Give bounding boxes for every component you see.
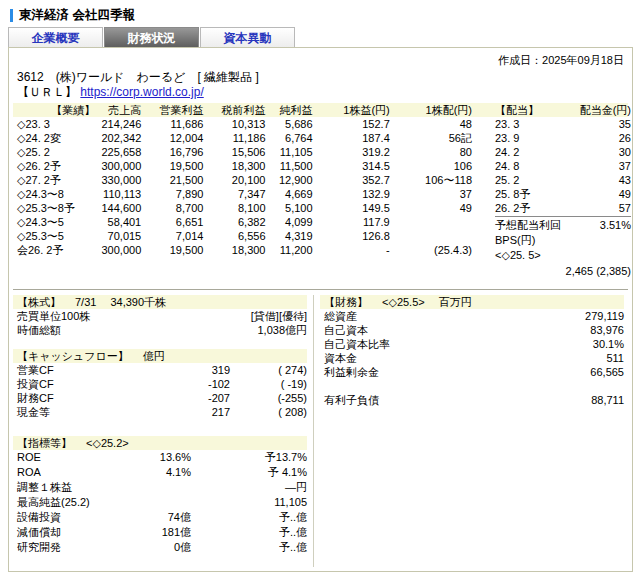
tab-capital-change[interactable]: 資本異動: [200, 27, 295, 47]
finance-rows: 総資産 279,119 自己資本 83,976 自己資本比率 30.1%: [324, 309, 624, 407]
tab-financial-status[interactable]: 財務状況: [104, 27, 199, 47]
performance-header-row: 【業績】売上高営業利益税前利益純利益1株益(円)1株配(円): [17, 103, 472, 117]
indicator-value: 13.6%: [127, 450, 191, 465]
dps-cell: 37: [390, 187, 472, 201]
finance-row-label: 利益剰余金: [324, 365, 379, 379]
performance-body: ◇23. 3 214,246 11,686 10,313 5,686 152.7…: [17, 117, 472, 257]
list-item: 売買単位100株 [貸借][優待]: [17, 309, 307, 323]
indicator-label: 設備投資: [17, 510, 127, 525]
eps-cell: 352.7: [313, 173, 390, 187]
dividend-period: 25. 2: [495, 173, 519, 187]
indicator-forecast: 予13.7%: [191, 450, 307, 465]
bps-value: 2,465 (2,385): [495, 263, 631, 279]
cashflow-row-value: 217: [127, 405, 230, 419]
list-item: 自己資本 83,976: [324, 323, 624, 337]
dividend-period: 25. 8予: [495, 187, 530, 201]
cashflow-row-label: 投資CF: [17, 377, 127, 391]
dps-cell: [390, 215, 472, 229]
indicator-value: 4.1%: [127, 465, 191, 480]
indicators-section-header: 【指標等】 <◇25.2>: [13, 436, 307, 450]
dividend-title: 【配当】: [495, 103, 539, 117]
dps-cell: 49: [390, 201, 472, 215]
dividend-header-row: 【配当】 配当金(円): [495, 103, 631, 117]
dividend-section: 【配当】 配当金(円) 23. 3 35 23. 9 26: [495, 103, 631, 279]
dps-cell: [390, 229, 472, 243]
list-item: 総資産 279,119: [324, 309, 624, 323]
pretax-profit-cell: 6,556: [203, 229, 265, 243]
dividend-amount: 26: [619, 131, 631, 145]
period-cell: ◇24.3〜5: [17, 215, 95, 229]
net-profit-cell: 4,669: [266, 187, 313, 201]
cashflow-row-previous: (-255): [230, 391, 307, 405]
finance-row-value: 83,976: [590, 323, 624, 337]
performance-header-cell: 1株配(円): [390, 103, 472, 117]
performance-header-cell: 営業利益: [141, 103, 203, 117]
list-item: 営業CF 319 ( 274): [17, 363, 307, 377]
dividend-period: 24. 8: [495, 159, 519, 173]
indicator-value: 74億: [127, 510, 191, 525]
finance-row-label: 自己資本: [324, 323, 368, 337]
indicator-label: ROA: [17, 465, 127, 480]
section-divider: [13, 289, 628, 290]
indicator-forecast: —円: [191, 480, 307, 495]
period-cell: ◇25. 2: [17, 145, 95, 159]
bps-label: BPS(円): [495, 233, 631, 248]
url-line: 【ＵＲＬ】 https://corp.world.co.jp/: [17, 85, 624, 100]
indicator-value: [127, 495, 191, 510]
sales-cell: 110,113: [95, 187, 141, 201]
cashflow-row-value: 319: [127, 363, 230, 377]
finance-row-value: 66,565: [590, 365, 624, 379]
stock-row-label: 時価総額: [17, 323, 61, 337]
sales-cell: 214,246: [95, 117, 141, 131]
finance-row-label: 総資産: [324, 309, 357, 323]
eps-cell: 126.8: [313, 229, 390, 243]
lower-right-column: 【財務】 <◇25.5> 百万円 総資産 279,119 自己資本 83,976: [314, 295, 624, 567]
stock-rows: 売買単位100株 [貸借][優待] 時価総額 1,038億円: [17, 309, 307, 337]
eps-cell: 152.7: [313, 117, 390, 131]
dividend-rows: 23. 3 35 23. 9 26 24. 2 30 24. 8: [495, 117, 631, 215]
period-cell: ◇24. 2変: [17, 131, 95, 145]
operating-profit-cell: 19,500: [141, 243, 203, 257]
cashflow-title: 【キャッシュフロー】: [17, 349, 129, 363]
dps-cell: 56記: [390, 131, 472, 145]
list-item: [324, 379, 624, 393]
net-profit-cell: 4,099: [266, 215, 313, 229]
net-profit-cell: 5,100: [266, 201, 313, 215]
period-cell: 会26. 2予: [17, 243, 95, 257]
indicator-forecast: 予 4.1%: [191, 465, 307, 480]
period-cell: ◇25.3〜5: [17, 229, 95, 243]
finance-row-value: 30.1%: [593, 337, 624, 351]
period-cell: ◇24.3〜8: [17, 187, 95, 201]
sales-cell: 225,658: [95, 145, 141, 159]
net-profit-cell: 4,319: [266, 229, 313, 243]
dps-cell: 106: [390, 159, 472, 173]
dividend-amount: 37: [619, 159, 631, 173]
table-row: ◇25.3〜8予 144,600 8,700 8,100 5,100 149.5…: [17, 201, 472, 215]
list-item: 25. 2 43: [495, 173, 631, 187]
net-profit-cell: 5,686: [266, 117, 313, 131]
tab-corporate-overview[interactable]: 企業概要: [8, 27, 103, 47]
indicator-value: 181億: [127, 525, 191, 540]
dps-cell: (25.4.3): [390, 243, 472, 257]
finance-title: 【財務】: [324, 295, 368, 309]
period-cell: ◇27. 2予: [17, 173, 95, 187]
dps-cell: 106〜118: [390, 173, 472, 187]
dps-cell: 80: [390, 145, 472, 159]
company-industry: [ 繊維製品 ]: [197, 69, 258, 85]
url-label: 【ＵＲＬ】: [17, 85, 77, 99]
pretax-profit-cell: 6,382: [203, 215, 265, 229]
indicator-forecast: 予..億: [191, 510, 307, 525]
dividend-amount: 35: [619, 117, 631, 131]
indicator-label: ROE: [17, 450, 127, 465]
sales-cell: 70,015: [95, 229, 141, 243]
performance-header-cell: 売上高: [95, 103, 141, 117]
pretax-profit-cell: 10,313: [203, 117, 265, 131]
cashflow-row-label: 財務CF: [17, 391, 127, 405]
pretax-profit-cell: 18,300: [203, 243, 265, 257]
sales-cell: 144,600: [95, 201, 141, 215]
company-url-link[interactable]: https://corp.world.co.jp/: [80, 85, 203, 99]
list-item: 財務CF -207 (-255): [17, 391, 307, 405]
net-profit-cell: 11,105: [266, 145, 313, 159]
table-row: ◇25.3〜5 70,015 7,014 6,556 4,319 126.8: [17, 229, 472, 243]
table-row: ◇24.3〜5 58,401 6,651 6,382 4,099 117.9: [17, 215, 472, 229]
